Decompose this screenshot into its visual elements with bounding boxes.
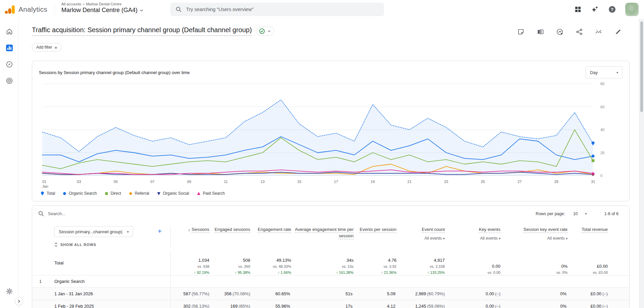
rows-per-page-label: Rows per page: <box>536 211 565 216</box>
dimension-header: Session primary...channel group) ▾ + SHO… <box>48 226 170 247</box>
account-switcher: All accounts > Marlow Dental Centre Marl… <box>61 2 143 14</box>
square-marker-icon <box>104 191 109 196</box>
column-header-event-count[interactable]: Event count All events ▾ <box>398 226 447 247</box>
sidebar-item-explore[interactable] <box>5 60 13 68</box>
share-button[interactable] <box>575 28 583 36</box>
svg-text:09: 09 <box>187 180 191 184</box>
table-row-group[interactable]: 1 Organic Search <box>32 275 629 287</box>
analytics-logo[interactable]: Analytics <box>5 0 47 19</box>
sort-desc-icon: ↓ <box>188 226 191 233</box>
event-count-selector[interactable]: All events ▾ <box>398 236 445 241</box>
column-header-avg-engagement-time[interactable]: Average engagement time per session <box>293 226 356 247</box>
property-selector[interactable]: Marlow Dental Centre (GA4) <box>61 7 143 14</box>
breadcrumb-all-accounts[interactable]: All accounts <box>61 2 81 6</box>
chart-card: Sessions by Session primary channel grou… <box>32 61 630 201</box>
comparison-icon <box>537 28 544 35</box>
svg-text:20: 20 <box>600 151 604 155</box>
legend-label: Referral <box>135 191 149 196</box>
column-header-total-revenue[interactable]: Total revenue <box>570 226 610 247</box>
sidebar-item-home[interactable] <box>5 27 13 36</box>
totals-cell: 4.76vs. 3.92↑ 21.36% <box>356 250 398 275</box>
totals-row: Total 1,034vs. 538↑ 92.19% 508vs. 260↑ 9… <box>32 250 629 275</box>
column-header-events-per-session[interactable]: Events per session <box>356 226 398 247</box>
comparison-button[interactable] <box>536 28 544 36</box>
totals-cell: 49.13%vs. 48.33%↑ 1.66% <box>252 250 293 275</box>
svg-text:80: 80 <box>600 82 604 86</box>
date-range-label: 1 Jan - 31 Jan 2026 <box>48 288 170 300</box>
add-filter-button[interactable]: Add filter + <box>32 43 62 52</box>
granularity-select[interactable]: Day ▾ <box>586 66 623 78</box>
triangle-down-marker-icon <box>157 191 161 196</box>
column-header-sessions[interactable]: ↓Sessions <box>170 226 211 247</box>
svg-text:0: 0 <box>600 174 602 178</box>
legend-item-organic-search[interactable]: Organic Search <box>62 191 97 196</box>
legend-item-organic-social[interactable]: Organic Social <box>157 191 189 196</box>
add-dimension-button[interactable]: + <box>158 228 162 235</box>
sidebar-item-advertising[interactable] <box>5 77 13 85</box>
breadcrumb-account[interactable]: Marlow Dental Centre <box>86 2 121 6</box>
svg-text:Jan: Jan <box>42 184 48 188</box>
key-events-selector[interactable]: All events ▾ <box>447 236 500 241</box>
page-scrollbar[interactable] <box>639 19 644 308</box>
notes-button[interactable] <box>517 28 525 36</box>
svg-text:01: 01 <box>42 180 46 184</box>
table-search-input[interactable] <box>48 211 155 216</box>
show-all-rows-button[interactable]: SHOW ALL ROWS <box>54 242 170 247</box>
column-header-session-key-event-rate[interactable]: Session key event rate All events ▾ <box>502 226 570 247</box>
gear-icon <box>6 288 13 295</box>
column-header-key-events[interactable]: Key events All events ▾ <box>447 226 502 247</box>
legend-item-total[interactable]: Total <box>40 191 55 196</box>
scrollbar-thumb[interactable] <box>640 21 643 112</box>
analytics-logo-icon <box>5 5 15 14</box>
top-header: Analytics All accounts > Marlow Dental C… <box>0 0 644 19</box>
chevron-right-icon <box>17 300 20 303</box>
page-title[interactable]: Traffic acquisition: Session primary cha… <box>32 26 252 36</box>
advertising-target-icon <box>6 77 13 84</box>
rows-per-page-select[interactable]: 10 ▾ <box>573 211 587 216</box>
trends-button[interactable] <box>595 28 603 36</box>
help-icon: ? <box>609 6 615 13</box>
logo-text: Analytics <box>18 5 47 13</box>
table-row-date-range-1[interactable]: 1 Jan - 31 Jan 2026 587(56.77%) 356(70.0… <box>32 287 629 300</box>
chevron-down-icon: ▾ <box>127 230 129 234</box>
apps-grid-icon <box>575 6 581 12</box>
legend-item-direct[interactable]: Direct <box>104 191 121 196</box>
show-all-rows-label: SHOW ALL ROWS <box>60 243 96 247</box>
column-header-engagement-rate[interactable]: Engagement rate <box>252 226 293 247</box>
report-status-badge[interactable] <box>256 26 274 36</box>
plus-icon: + <box>54 45 57 50</box>
help-button[interactable]: ? <box>608 5 616 13</box>
insights-button[interactable] <box>556 28 564 36</box>
session-key-event-rate-selector[interactable]: All events ▾ <box>502 236 568 241</box>
sidebar-item-admin[interactable] <box>5 287 13 295</box>
edit-button[interactable] <box>614 28 622 36</box>
row-number: 1 <box>32 275 48 287</box>
date-range-label: 1 Feb - 28 Feb 2025 <box>48 300 170 308</box>
sparkle-icon <box>591 6 599 13</box>
apps-grid-button[interactable] <box>574 5 582 13</box>
global-search <box>170 3 384 16</box>
pagination-range: 1-6 of 6 <box>604 211 619 216</box>
ai-assistant-button[interactable] <box>591 5 599 13</box>
share-icon <box>576 28 583 35</box>
column-header-engaged-sessions[interactable]: Engaged sessions <box>211 226 252 247</box>
breadcrumb-separator: > <box>83 2 85 6</box>
home-icon <box>6 28 13 35</box>
svg-text:27: 27 <box>518 180 522 184</box>
svg-text:13: 13 <box>261 180 265 184</box>
main-content: Traffic acquisition: Session primary cha… <box>19 19 639 308</box>
legend-item-paid-search[interactable]: Paid Search <box>197 191 225 196</box>
svg-text:03: 03 <box>77 180 81 184</box>
table-row-date-range-2[interactable]: 1 Feb - 28 Feb 2025 302(56.13%) 169(65%)… <box>32 300 629 308</box>
ga4-page: Analytics All accounts > Marlow Dental C… <box>0 0 644 308</box>
svg-text:05: 05 <box>114 180 118 184</box>
totals-cell: 1,034vs. 538↑ 92.19% <box>170 250 211 275</box>
user-avatar[interactable] <box>625 3 639 16</box>
totals-cell: £0.00vs. £0.00 <box>570 250 610 275</box>
dimension-selector[interactable]: Session primary...channel group) ▾ <box>54 226 133 237</box>
totals-cell: 0.00vs. 0.00 <box>447 250 502 275</box>
global-search-input[interactable] <box>186 7 379 12</box>
legend-item-referral[interactable]: Referral <box>128 191 149 196</box>
sidebar-item-reports[interactable] <box>5 44 13 52</box>
sidebar-expand-button[interactable] <box>15 297 23 305</box>
